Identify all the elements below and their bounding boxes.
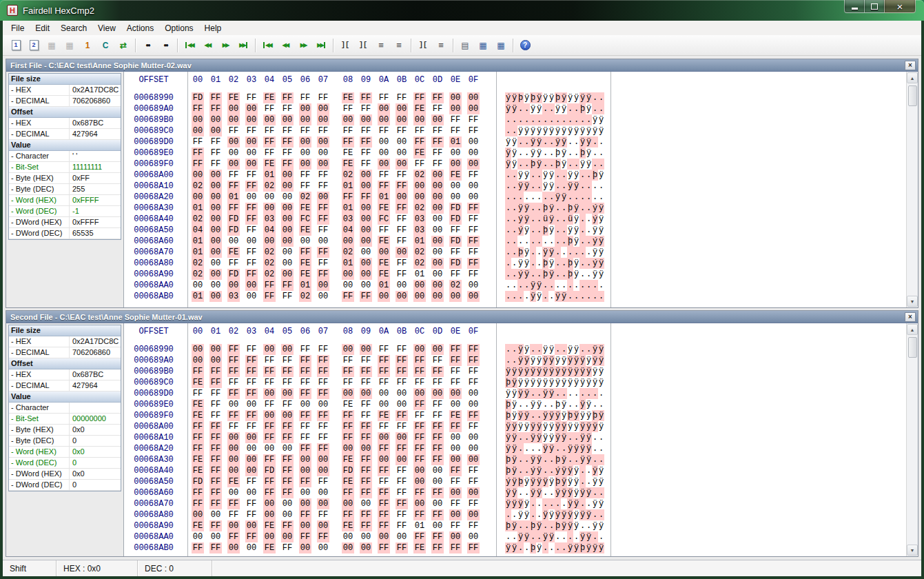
- hex-byte-cell[interactable]: FF: [360, 355, 372, 366]
- ascii-char-cell[interactable]: .: [505, 247, 511, 258]
- menu-view[interactable]: View: [92, 21, 121, 35]
- hex-byte-cell[interactable]: FF: [245, 355, 258, 366]
- find-next-button[interactable]: ●●: [157, 37, 174, 54]
- ascii-char-cell[interactable]: ÿ: [548, 443, 555, 454]
- ascii-char-cell[interactable]: ÿ: [567, 92, 573, 103]
- hex-byte-cell[interactable]: 00: [396, 114, 408, 125]
- ascii-char-cell[interactable]: ÿ: [586, 355, 592, 366]
- hex-byte-cell[interactable]: FF: [263, 454, 276, 465]
- hex-byte-cell[interactable]: 00: [263, 344, 276, 355]
- ascii-char-cell[interactable]: ÿ: [524, 247, 530, 258]
- ascii-char-cell[interactable]: ÿ: [542, 366, 548, 377]
- ascii-char-cell[interactable]: .: [555, 225, 561, 236]
- hex-byte-cell[interactable]: FF: [227, 344, 240, 355]
- hex-byte-cell[interactable]: FF: [378, 465, 390, 476]
- ascii-char-cell[interactable]: ÿ: [561, 454, 567, 465]
- ascii-char-cell[interactable]: .: [586, 258, 592, 269]
- hex-byte-cell[interactable]: 00: [342, 443, 354, 454]
- hex-byte-cell[interactable]: 01: [413, 269, 426, 280]
- hex-byte-cell[interactable]: FF: [378, 520, 390, 531]
- hex-byte-cell[interactable]: FF: [245, 366, 258, 377]
- hex-byte-cell[interactable]: 01: [192, 236, 204, 247]
- ascii-char-cell[interactable]: ÿ: [555, 125, 561, 136]
- hex-byte-cell[interactable]: FF: [431, 103, 444, 114]
- hex-byte-cell[interactable]: FF: [245, 377, 258, 388]
- ascii-char-cell[interactable]: .: [548, 465, 555, 476]
- hex-byte-cell[interactable]: FE: [299, 203, 311, 214]
- hex-byte-cell[interactable]: 00: [281, 410, 294, 421]
- hex-byte-cell[interactable]: FF: [342, 432, 354, 443]
- hex-byte-cell[interactable]: FF: [449, 269, 462, 280]
- hex-byte-cell[interactable]: 00: [396, 136, 408, 148]
- ascii-char-cell[interactable]: ÿ: [586, 399, 592, 410]
- hex-byte-cell[interactable]: FF: [299, 421, 311, 432]
- ascii-char-cell[interactable]: .: [524, 399, 530, 410]
- copy-block-button[interactable]: ▦: [493, 37, 509, 54]
- ascii-char-cell[interactable]: ÿ: [530, 136, 536, 148]
- hex-byte-cell[interactable]: 00: [317, 192, 329, 203]
- ascii-char-cell[interactable]: .: [542, 520, 548, 531]
- ascii-char-cell[interactable]: .: [592, 103, 598, 114]
- hex-byte-cell[interactable]: 00: [360, 443, 372, 454]
- ascii-char-cell[interactable]: .: [511, 236, 517, 247]
- hex-byte-cell[interactable]: FF: [378, 181, 390, 192]
- ascii-char-cell[interactable]: .: [586, 181, 592, 192]
- ascii-char-cell[interactable]: ÿ: [511, 520, 517, 531]
- ascii-char-cell[interactable]: ü: [567, 214, 573, 225]
- ascii-char-cell[interactable]: .: [567, 136, 573, 148]
- hex-byte-cell[interactable]: FF: [396, 214, 408, 225]
- hex-byte-cell[interactable]: FE: [263, 542, 276, 553]
- ascii-char-cell[interactable]: ÿ: [555, 432, 561, 443]
- hex-byte-cell[interactable]: 01: [342, 181, 354, 192]
- hex-byte-cell[interactable]: 00: [263, 498, 276, 509]
- hex-byte-cell[interactable]: FF: [360, 148, 372, 159]
- last-difference-button[interactable]: ▶▶: [235, 37, 251, 54]
- hex-byte-cell[interactable]: 02: [192, 214, 204, 225]
- hex-byte-cell[interactable]: 00: [431, 388, 444, 399]
- hex-byte-cell[interactable]: 03: [413, 225, 426, 236]
- ascii-char-cell[interactable]: ÿ: [530, 103, 536, 114]
- hex-byte-cell[interactable]: FF: [342, 103, 354, 114]
- ascii-char-cell[interactable]: .: [573, 399, 579, 410]
- hex-byte-cell[interactable]: FF: [209, 366, 222, 377]
- hex-byte-cell[interactable]: FF: [299, 432, 311, 443]
- hex-byte-cell[interactable]: FF: [317, 355, 329, 366]
- hex-byte-cell[interactable]: 00: [378, 136, 390, 148]
- ascii-char-cell[interactable]: ÿ: [517, 531, 524, 542]
- ascii-char-cell[interactable]: ÿ: [586, 92, 592, 103]
- ascii-char-cell[interactable]: ÿ: [598, 225, 604, 236]
- ascii-char-cell[interactable]: ÿ: [573, 465, 579, 476]
- save-second-file-button[interactable]: ▦: [61, 37, 78, 54]
- hex-byte-cell[interactable]: FF: [192, 443, 204, 454]
- hex-byte-cell[interactable]: 00: [209, 355, 222, 366]
- hex-byte-cell[interactable]: 00: [413, 388, 426, 399]
- ascii-char-cell[interactable]: .: [530, 509, 536, 520]
- ascii-char-cell[interactable]: .: [592, 509, 598, 520]
- ascii-char-cell[interactable]: ÿ: [579, 92, 586, 103]
- hex-byte-cell[interactable]: FF: [263, 377, 276, 388]
- ascii-char-cell[interactable]: .: [542, 114, 548, 125]
- hex-byte-cell[interactable]: 01: [413, 520, 426, 531]
- hex-byte-cell[interactable]: 00: [360, 344, 372, 355]
- hex-byte-cell[interactable]: FF: [192, 159, 204, 170]
- ascii-char-cell[interactable]: þ: [555, 520, 561, 531]
- ascii-char-cell[interactable]: .: [561, 280, 567, 291]
- hex-byte-cell[interactable]: 00: [227, 520, 240, 531]
- ascii-char-cell[interactable]: ÿ: [573, 92, 579, 103]
- ascii-char-cell[interactable]: .: [505, 291, 511, 302]
- ascii-char-cell[interactable]: .: [530, 443, 536, 454]
- ascii-char-cell[interactable]: ÿ: [561, 148, 567, 159]
- hex-byte-cell[interactable]: FF: [396, 355, 408, 366]
- ascii-char-cell[interactable]: .: [592, 432, 598, 443]
- ascii-char-cell[interactable]: .: [598, 399, 604, 410]
- ascii-char-cell[interactable]: .: [542, 159, 548, 170]
- ascii-char-cell[interactable]: ÿ: [598, 421, 604, 432]
- hex-byte-cell[interactable]: FF: [245, 214, 258, 225]
- ascii-char-cell[interactable]: ÿ: [530, 476, 536, 487]
- ascii-char-cell[interactable]: .: [555, 236, 561, 247]
- hex-byte-cell[interactable]: FF: [281, 136, 294, 148]
- ascii-char-cell[interactable]: ÿ: [530, 399, 536, 410]
- hex-byte-cell[interactable]: 00: [449, 291, 462, 302]
- ascii-char-cell[interactable]: ÿ: [555, 377, 561, 388]
- hex-byte-cell[interactable]: FF: [299, 366, 311, 377]
